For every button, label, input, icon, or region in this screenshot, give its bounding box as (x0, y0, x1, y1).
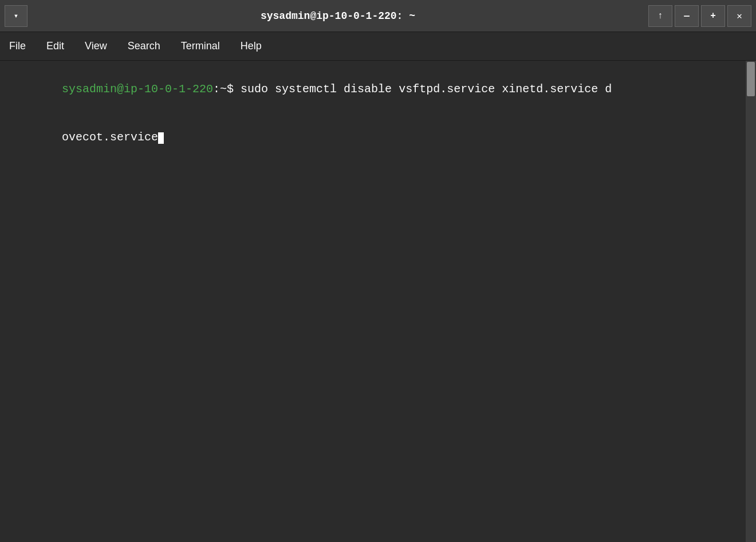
maximize-button[interactable]: + (701, 5, 725, 27)
window-title: sysadmin@ip-10-0-1-220: ~ (27, 10, 648, 22)
menu-item-edit[interactable]: Edit (42, 38, 69, 54)
terminal-line-2: ovecot.service (7, 113, 739, 162)
menu-item-terminal[interactable]: Terminal (176, 38, 225, 54)
close-button[interactable]: ✕ (727, 5, 751, 27)
menu-item-file[interactable]: File (5, 38, 30, 54)
dropdown-icon: ▾ (14, 11, 18, 21)
terminal-text-area[interactable]: sysadmin@ip-10-0-1-220:~$ sudo systemctl… (0, 61, 746, 542)
cursor (158, 132, 164, 144)
window-controls: ↑ — + ✕ (648, 5, 751, 27)
menu-item-view[interactable]: View (80, 38, 112, 54)
title-bar-left: ▾ (5, 5, 27, 27)
menu-bar: File Edit View Search Terminal Help (0, 32, 756, 61)
scrollbar-track[interactable] (746, 61, 756, 542)
terminal-content: sysadmin@ip-10-0-1-220:~$ sudo systemctl… (0, 61, 756, 542)
close-icon: ✕ (737, 10, 742, 22)
minimize-button[interactable]: — (675, 5, 699, 27)
scroll-up-icon: ↑ (657, 11, 663, 21)
dropdown-button[interactable]: ▾ (5, 5, 27, 27)
command-line-1: sudo systemctl disable vsftpd.service xi… (234, 83, 612, 96)
prompt-user: sysadmin@ip-10-0-1-220 (62, 83, 213, 96)
scrollbar-thumb[interactable] (747, 62, 755, 96)
command-line-2: ovecot.service (62, 131, 158, 144)
terminal-line-1: sysadmin@ip-10-0-1-220:~$ sudo systemctl… (7, 65, 739, 113)
maximize-icon: + (710, 11, 716, 21)
menu-item-search[interactable]: Search (123, 38, 165, 54)
prompt-path: :~$ (213, 83, 234, 96)
terminal-window: ▾ sysadmin@ip-10-0-1-220: ~ ↑ — + ✕ File… (0, 0, 756, 542)
title-bar: ▾ sysadmin@ip-10-0-1-220: ~ ↑ — + ✕ (0, 0, 756, 32)
minimize-icon: — (684, 11, 690, 21)
scroll-up-button[interactable]: ↑ (648, 5, 672, 27)
menu-item-help[interactable]: Help (236, 38, 266, 54)
